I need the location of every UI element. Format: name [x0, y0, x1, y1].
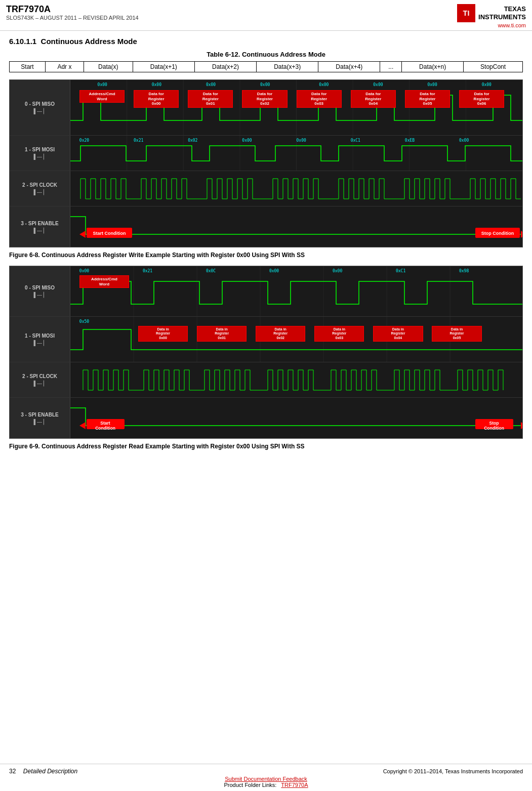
svg-text:0x00: 0x00 [427, 82, 437, 87]
scope-row-miso-fig9: 0 - SPI MISO ▐ ― ▏ [10, 266, 522, 317]
scope-icon-f4: ▐ [32, 228, 35, 233]
col-datax4: Data(x+4) [318, 62, 380, 72]
svg-text:Stop Condition: Stop Condition [481, 231, 514, 236]
stop-arrow-fig8 [521, 231, 522, 238]
svg-rect-34 [70, 171, 522, 206]
scope-row-mosi-fig9: 1 - SPI MOSI ▐ ― ▏ [10, 317, 522, 362]
figure8-caption: Figure 6-8. Continuous Address Register … [9, 252, 523, 259]
svg-text:TI: TI [463, 9, 470, 17]
col-datax: Data(x) [84, 62, 133, 72]
col-datax3: Data(x+3) [257, 62, 318, 72]
scope-label-enable-fig8: 3 - SPI ENABLE ▐ ― ▏ [10, 206, 70, 247]
svg-text:0x00: 0x00 [482, 82, 492, 87]
svg-rect-62 [70, 362, 522, 397]
svg-text:0x00: 0x00 [98, 82, 107, 87]
svg-text:0x0C: 0x0C [206, 269, 216, 273]
scope-label-enable-fig9: 3 - SPI ENABLE ▐ ― ▏ [10, 398, 70, 438]
clock-fig8-svg [70, 171, 522, 206]
svg-text:0x00: 0x00 [297, 138, 306, 143]
annotation-datain-reg05-fig9: Data inRegister0x05 [432, 326, 481, 342]
footer-bottom: Submit Documentation Feedback Product Fo… [9, 776, 523, 788]
page-desc: Detailed Description [23, 768, 77, 775]
annotation-reg02-fig8: Data forRegister0x02 [242, 90, 287, 108]
address-mode-table: Start Adr x Data(x) Data(x+1) Data(x+2) … [9, 61, 523, 72]
ti-logo-text: TEXAS INSTRUMENTS [478, 5, 526, 21]
svg-text:0x02: 0x02 [188, 138, 197, 143]
svg-text:Start Condition: Start Condition [93, 231, 126, 236]
svg-text:0x50: 0x50 [79, 319, 89, 324]
scope-icon-m8: ― [37, 419, 42, 425]
svg-text:0x00: 0x00 [206, 82, 216, 87]
enable-fig8-svg: Start Condition Stop Condition [70, 206, 522, 247]
scope-icon-d7: ▏ [44, 381, 48, 386]
annotation-addr-cmd-fig9: Address/CmdWord [79, 275, 129, 288]
annotation-reg01-fig8: Data forRegister0x01 [188, 90, 233, 108]
svg-text:Condition: Condition [95, 426, 115, 431]
svg-rect-40 [70, 266, 522, 316]
annotation-addr-cmd-fig8: Address/CmdWord [79, 90, 125, 103]
svg-text:0xEB: 0xEB [405, 138, 415, 143]
miso-fig9-svg: 0x00 0x21 0x0C 0x00 0x00 0xC1 0x98 [70, 266, 522, 316]
annotation-datain-reg02-fig9: Data inRegister0x02 [256, 326, 305, 342]
svg-text:0x21: 0x21 [134, 138, 143, 143]
scope-icon-d6: ▏ [44, 340, 48, 346]
scope-label-clock-fig8: 2 - SPI CLOCK ▐ ― ▏ [10, 171, 70, 206]
annotation-reg06-fig8: Data forRegister0x06 [459, 90, 504, 108]
submit-feedback-link[interactable]: Submit Documentation Feedback [225, 776, 307, 782]
product-link[interactable]: TRF7970A [281, 782, 308, 788]
page-header: TRF7970A SLOS743K – AUGUST 2011 – REVISE… [0, 0, 532, 31]
svg-rect-63 [70, 398, 522, 438]
scope-icon-m: ― [37, 108, 42, 114]
col-dataxn: Data(x+n) [402, 62, 464, 72]
svg-text:0x00: 0x00 [242, 138, 252, 143]
scope-icon-f7: ▐ [32, 381, 35, 386]
scope-row-mosi-fig8: 1 - SPI MOSI ▐ ― ▏ [10, 136, 522, 171]
section-heading: 6.10.1.1 Continuous Address Mode [9, 37, 523, 46]
table-title: Table 6-12. Continuous Address Mode [9, 51, 523, 58]
col-datax2: Data(x+2) [194, 62, 256, 72]
svg-text:0xC1: 0xC1 [396, 269, 405, 273]
svg-text:Condition: Condition [484, 426, 504, 431]
svg-text:0x00: 0x00 [459, 138, 469, 143]
svg-text:0x00: 0x00 [333, 269, 342, 273]
scope-icon-f: ▐ [32, 108, 35, 114]
product-folder-label: Product Folder Links: [224, 782, 276, 788]
svg-text:0x00: 0x00 [260, 82, 270, 87]
figure8-scope: 0 - SPI MISO ▐ ― ▏ [9, 79, 523, 247]
scope-row-enable-fig8: 3 - SPI ENABLE ▐ ― ▏ [10, 206, 522, 247]
svg-text:Stop: Stop [489, 421, 499, 426]
scope-icon-m3: ― [37, 189, 42, 195]
scope-icon-d2: ▏ [44, 154, 48, 159]
ti-logo: TI TEXAS INSTRUMENTS [457, 4, 526, 22]
scope-icon-d4: ▏ [44, 228, 48, 233]
scope-signal-miso-fig9: 0x00 0x21 0x0C 0x00 0x00 0xC1 0x98 Addre… [70, 266, 522, 316]
annotation-datain-reg01-fig9: Data inRegister0x01 [197, 326, 247, 342]
header-left: TRF7970A SLOS743K – AUGUST 2011 – REVISE… [6, 4, 139, 21]
annotation-reg00-fig8: Data forRegister0x00 [134, 90, 179, 108]
svg-text:0x98: 0x98 [459, 269, 469, 273]
svg-text:0x00: 0x00 [269, 269, 279, 273]
stop-arrow-fig9 [521, 422, 522, 429]
website-link[interactable]: www.ti.com [498, 22, 526, 28]
scope-label-miso-fig8: 0 - SPI MISO ▐ ― ▏ [10, 80, 70, 135]
col-datax1: Data(x+1) [133, 62, 194, 72]
scope-icon-m4: ― [37, 228, 42, 233]
col-ellipsis: ... [380, 62, 402, 72]
page-footer: 32 Detailed Description Copyright © 2011… [0, 764, 532, 791]
scope-icon-m6: ― [37, 340, 42, 346]
svg-text:0x00: 0x00 [373, 82, 383, 87]
scope-row-clock-fig8: 2 - SPI CLOCK ▐ ― ▏ [10, 171, 522, 206]
figure9-scope: 0 - SPI MISO ▐ ― ▏ [9, 266, 523, 439]
scope-label-clock-fig9: 2 - SPI CLOCK ▐ ― ▏ [10, 362, 70, 397]
scope-icon-f8: ▐ [32, 419, 35, 425]
scope-signal-enable-fig8: Start Condition Stop Condition [70, 206, 522, 247]
scope-row-clock-fig9: 2 - SPI CLOCK ▐ ― ▏ [10, 362, 522, 398]
scope-icon-d8: ▏ [44, 419, 48, 425]
col-start: Start [10, 62, 46, 72]
scope-icon-m5: ― [37, 292, 42, 298]
scope-signal-clock-fig9 [70, 362, 522, 397]
footer-copyright: Copyright © 2011–2014, Texas Instruments… [383, 768, 523, 774]
annotation-reg03-fig8: Data forRegister0x03 [297, 90, 342, 108]
scope-icon-d: ▏ [44, 108, 48, 114]
scope-label-miso-fig9: 0 - SPI MISO ▐ ― ▏ [10, 266, 70, 316]
